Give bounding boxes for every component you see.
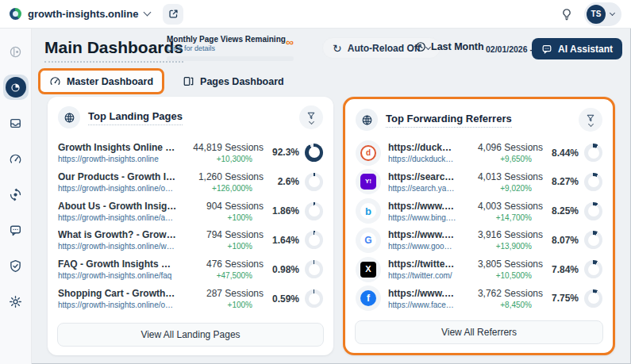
referrer-url-link[interactable]: https://search.yahoo.com/ [388,184,456,193]
ai-assistant-label: AI Assistant [558,44,613,55]
page-title-text: FAQ - Growth Insights Online [58,259,177,270]
referrer-title-text: https://duckduckgo.com/ [388,142,456,153]
referrer-url-link[interactable]: https://duckduckgo.com/ [388,155,456,163]
percent-donut-chart [305,144,323,162]
sessions-value: 794 Sessions [184,229,264,240]
sessions-value: 476 Sessions [184,259,264,270]
ai-assistant-button[interactable]: AI Assistant [532,38,622,59]
retargeting-icon [9,188,22,201]
site-favicon-icon [10,8,21,20]
chat-bubble-icon [541,44,552,55]
page-url-link[interactable]: https://growth-insights.online/our-... [58,184,177,193]
sessions-value: 4,096 Sessions [464,142,543,153]
percent-donut-chart [305,173,323,191]
speedometer-icon [9,152,22,166]
referrers-list: d https://duckduckgo.com/ https://duckdu… [345,136,613,315]
pageviews-remaining-widget: Monthly Page Views Remaining Click for d… [167,35,294,61]
sidebar [0,29,32,364]
sidebar-item-settings[interactable] [3,289,29,314]
percent-value: 0.98% [272,264,299,275]
percent-donut-chart [584,144,602,162]
auto-reload-label: Auto-Reload Off [348,43,421,54]
sidebar-item-communication[interactable] [3,217,29,243]
filter-button[interactable] [299,105,323,129]
percent-value: 7.75% [552,293,579,304]
sessions-change: +9,650% [464,155,543,163]
gear-icon [9,295,22,308]
sidebar-item-inbox[interactable] [3,110,29,136]
facebook-favicon-icon: f [360,290,376,306]
tab-master-dashboard[interactable]: Master Dashboard [38,68,164,94]
sidebar-item-privacy[interactable] [3,253,29,278]
sidebar-item-performance[interactable] [3,146,29,171]
view-all-landing-pages-button[interactable]: View All Landing Pages [57,323,324,347]
page-url-link[interactable]: https://growth-insights.online/wha... [58,242,177,251]
page-url-link[interactable]: https://growth-insights.online/our-... [58,301,177,309]
landing-page-row: Our Products - Growth Insights O... http… [58,171,323,193]
sessions-change: +100% [184,213,264,222]
page-title-text: Shopping Cart - Growth Insights ... [58,288,177,299]
referrer-row: b https://www.bing.com/s... https://www.… [356,198,602,224]
sessions-change: +100% [184,242,264,251]
sessions-value: 3,805 Sessions [464,259,543,270]
bing-favicon-icon: b [360,203,376,219]
page-title-text: About Us - Growth Insights Online [58,201,177,212]
sidebar-item-behavior[interactable] [3,182,29,207]
view-all-referrers-button[interactable]: View All Referrers [355,320,603,344]
card-title: Top Landing Pages [88,110,183,125]
page-url-link[interactable]: https://growth-insights.online/faq [58,271,177,280]
tab-label: Master Dashboard [67,76,153,87]
yahoo-favicon-icon: Y! [360,174,376,190]
site-name: growth-insights.online [28,8,138,20]
tab-pages-dashboard[interactable]: Pages Dashboard [174,71,293,92]
percent-value: 92.3% [272,147,299,158]
percent-donut-chart [305,260,323,278]
landing-page-row: FAQ - Growth Insights Online https://gro… [58,259,323,280]
sessions-value: 1,260 Sessions [184,171,264,182]
referrer-url-link[interactable]: https://www.facebook.co... [388,301,456,309]
pageviews-progress-bar [167,56,294,61]
card-title: Top Forwarding Referrers [386,113,512,128]
pageviews-details-link[interactable]: Click for details [167,44,294,52]
landing-page-row: Shopping Cart - Growth Insights ... http… [58,288,323,309]
user-menu[interactable]: TS [584,2,621,26]
site-selector[interactable]: growth-insights.online [10,8,150,20]
top-forwarding-referrers-card: Top Forwarding Referrers d htt [343,97,615,355]
page-url-link[interactable]: https://growth-insights.online/abo... [58,213,177,222]
percent-value: 8.44% [552,148,579,159]
sessions-change: +10,500% [464,271,543,280]
open-site-button[interactable] [163,4,183,25]
sessions-change: +14,700% [464,213,543,222]
page-url-link[interactable]: https://growth-insights.online [58,155,177,163]
sessions-change: +126,000% [184,184,264,193]
landing-pages-list: Growth Insights Online - Growth I... htt… [48,134,333,317]
period-label: Last Month [431,41,484,52]
browser-globe-icon [58,106,80,128]
duckduckgo-favicon-icon: d [360,145,376,161]
dashboard-pie-icon [6,77,26,98]
shield-check-icon [9,259,22,273]
filter-button[interactable] [579,108,602,132]
referrer-row: Y! https://search.yahoo.com/ https://sea… [356,169,602,194]
referrer-row: X https://twitter.com/ https://twitter.c… [356,257,602,282]
referrer-url-link[interactable]: https://www.google.com/... [388,242,456,251]
clock-icon [415,41,426,52]
referrer-row: d https://duckduckgo.com/ https://duckdu… [356,140,602,166]
percent-value: 7.84% [552,264,579,275]
chevron-down-icon [587,121,593,127]
referrer-title-text: https://www.bing.com/s... [388,201,456,212]
period-selector[interactable]: Last Month [415,41,484,52]
lightbulb-icon[interactable] [560,8,573,21]
page-title: Main Dashboards [44,38,183,63]
percent-donut-chart [305,231,323,249]
percent-value: 8.07% [552,235,579,246]
referrer-url-link[interactable]: https://www.bing.com/se... [388,213,456,222]
referrer-url-link[interactable]: https://twitter.com/ [388,271,456,280]
sidebar-item-dashboards[interactable] [3,75,29,100]
sessions-change: +10,300% [184,155,264,163]
sessions-value: 4,003 Sessions [464,201,543,212]
pageviews-label: Monthly Page Views Remaining [167,35,294,44]
percent-value: 1.64% [272,235,299,246]
sessions-change: +8,450% [464,301,543,309]
collapse-sidebar-icon[interactable] [3,39,29,64]
